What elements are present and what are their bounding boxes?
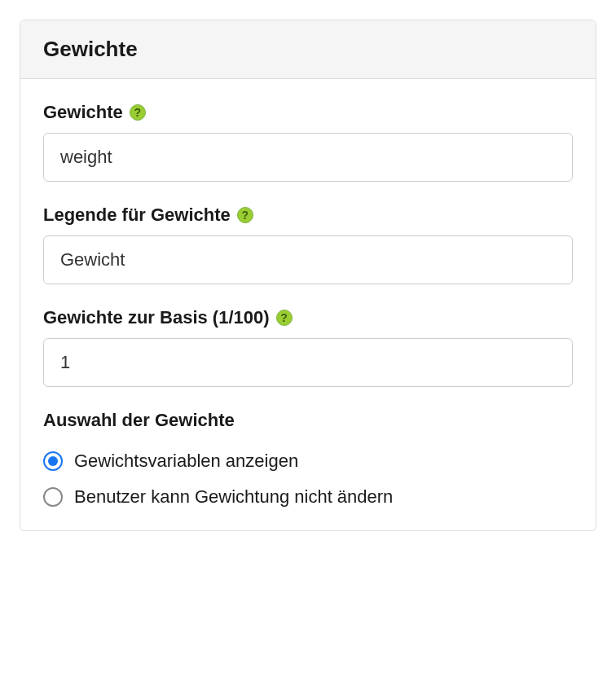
basis-label-row: Gewichte zur Basis (1/100) ? [43,307,573,328]
radio-label-lock: Benutzer kann Gewichtung nicht ändern [74,486,393,508]
legende-field-group: Legende für Gewichte ? [43,204,573,284]
radio-option-show[interactable]: Gewichtsvariablen anzeigen [43,451,573,472]
help-icon[interactable]: ? [237,207,253,223]
basis-input[interactable] [43,338,573,387]
selection-group: Auswahl der Gewichte Gewichtsvariablen a… [43,410,573,508]
basis-label: Gewichte zur Basis (1/100) [43,307,270,328]
help-icon[interactable]: ? [130,104,146,121]
legende-label: Legende für Gewichte [43,204,231,226]
panel-title: Gewichte [43,37,573,62]
gewichte-input[interactable] [43,133,573,182]
radio-label-show: Gewichtsvariablen anzeigen [74,451,298,472]
selection-heading: Auswahl der Gewichte [43,410,573,431]
help-icon[interactable]: ? [276,310,293,326]
radio-input-show[interactable] [43,451,63,471]
panel-body: Gewichte ? Legende für Gewichte ? Gewich… [20,79,596,530]
gewichte-field-group: Gewichte ? [43,102,573,182]
gewichte-label: Gewichte [43,102,123,123]
radio-option-lock[interactable]: Benutzer kann Gewichtung nicht ändern [43,486,573,508]
legende-label-row: Legende für Gewichte ? [43,204,573,226]
radio-input-lock[interactable] [43,487,63,507]
gewichte-label-row: Gewichte ? [43,102,573,123]
radio-group: Gewichtsvariablen anzeigen Benutzer kann… [43,451,573,508]
legende-input[interactable] [43,235,573,284]
panel-header: Gewichte [20,20,596,79]
basis-field-group: Gewichte zur Basis (1/100) ? [43,307,573,387]
gewichte-panel: Gewichte Gewichte ? Legende für Gewichte… [20,20,596,531]
